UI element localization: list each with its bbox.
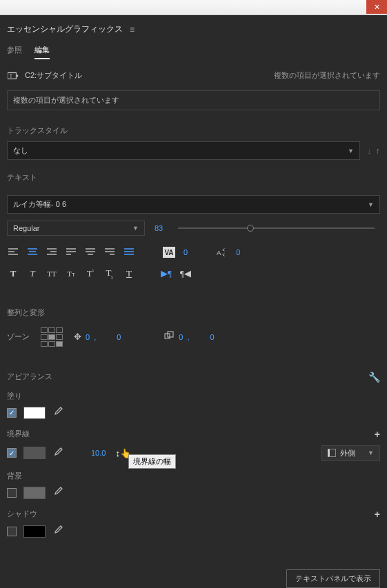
scale-icon (163, 331, 175, 343)
svg-text:A: A (217, 249, 221, 256)
stroke-add-button[interactable]: + (375, 429, 380, 440)
chevron-down-icon: ▼ (368, 201, 374, 208)
underline-button[interactable]: T (123, 268, 135, 279)
shadow-add-button[interactable]: + (375, 509, 380, 520)
shadow-label: シャドウ (7, 509, 37, 519)
fill-swatch[interactable] (23, 407, 46, 419)
superscript-button[interactable]: T¹ (84, 268, 97, 279)
align-icon-row: VA 0 A 0 (7, 247, 380, 258)
italic-button[interactable]: T (26, 268, 39, 279)
panel-title: エッセンシャルグラフィックス (7, 23, 123, 35)
font-style-value: Regular (13, 224, 40, 232)
tracking-value[interactable]: 0 (236, 248, 240, 256)
tab-edit[interactable]: 編集 (34, 45, 50, 59)
subscript-button[interactable]: T₁ (103, 267, 116, 280)
source-row: T C2:サブタイトル 複数の項目が選択されています (7, 66, 380, 85)
eyedropper-icon[interactable] (52, 487, 63, 498)
font-select[interactable]: ルイカ等幅- 0 6 ▼ (7, 195, 380, 214)
svg-rect-25 (168, 332, 173, 337)
eyedropper-icon[interactable] (52, 525, 63, 537)
font-size-value[interactable]: 83 (155, 224, 163, 232)
caption-track-icon: T (7, 71, 19, 81)
multi-select-warning: 複数の項目が選択されています (7, 90, 380, 110)
eyedropper-icon[interactable] (52, 447, 63, 459)
align-center-icon[interactable] (26, 247, 39, 258)
stroke-position-icon (328, 449, 336, 457)
fill-label: 塗り (7, 391, 22, 401)
tab-bar: 参照 編集 (7, 43, 380, 63)
text-style-row: T T TT TT T¹ T₁ T ▶¶ ¶◀ (7, 267, 380, 280)
pos-y-value[interactable]: 0 (117, 333, 121, 341)
stroke-position-select[interactable]: 外側 ▼ (321, 445, 380, 461)
stroke-width-tooltip: 境界線の幅 (128, 454, 176, 469)
position-icon: ✥ (74, 332, 81, 342)
trackstyle-select[interactable]: なし ▼ (7, 141, 360, 160)
pos-x-value[interactable]: 0 (86, 333, 90, 341)
text-section-label: テキスト (7, 172, 380, 183)
wrench-icon[interactable]: 🔧 (368, 372, 380, 383)
eyedropper-icon[interactable] (52, 407, 63, 418)
selection-status: 複数の項目が選択されています (274, 70, 380, 81)
align-right-icon[interactable] (46, 247, 58, 258)
shadow-checkbox[interactable] (7, 527, 17, 536)
align-justify-last-right-icon[interactable] (103, 247, 116, 258)
align-justify-last-center-icon[interactable] (84, 247, 97, 258)
appearance-label: アピアランス (7, 372, 52, 382)
kerning-value[interactable]: 0 (183, 248, 188, 256)
fill-checkbox[interactable] (7, 408, 17, 418)
rtl-button[interactable]: ¶◀ (179, 268, 192, 279)
background-checkbox[interactable] (7, 488, 17, 498)
open-text-panel-button[interactable]: テキストパネルで表示 (286, 569, 380, 588)
trackstyle-label: トラックスタイル (7, 125, 380, 136)
panel-header: エッセンシャルグラフィックス ≡ (7, 21, 380, 41)
bold-button[interactable]: T (7, 268, 19, 279)
font-value: ルイカ等幅- 0 6 (13, 199, 66, 210)
window-close-button[interactable]: ✕ (366, 0, 387, 14)
allcaps-button[interactable]: TT (46, 270, 58, 278)
scale-x-value[interactable]: 0 (179, 333, 183, 341)
stroke-width-value[interactable]: 10.0 (91, 449, 106, 457)
chevron-down-icon: ▼ (348, 148, 354, 154)
align-justify-all-icon[interactable] (123, 247, 135, 258)
source-name: C2:サブタイトル (25, 70, 82, 81)
trackstyle-value: なし (13, 145, 28, 156)
window-titlebar: ✕ (0, 0, 387, 15)
panel-menu-icon[interactable]: ≡ (130, 25, 135, 34)
stroke-label: 境界線 (7, 429, 30, 439)
background-label: 背景 (7, 471, 22, 481)
kerning-icon[interactable]: VA (163, 247, 175, 258)
zone-grid[interactable] (41, 327, 63, 347)
font-size-slider[interactable] (178, 227, 375, 229)
align-left-icon[interactable] (7, 247, 19, 258)
stroke-position-value: 外側 (340, 448, 355, 458)
chevron-down-icon: ▼ (368, 449, 374, 456)
chevron-down-icon: ▼ (132, 225, 139, 232)
align-justify-last-left-icon[interactable] (65, 247, 77, 258)
smallcaps-button[interactable]: TT (65, 270, 77, 278)
tracking-icon[interactable]: A (215, 247, 228, 258)
shadow-swatch[interactable] (23, 525, 46, 538)
trackstyle-down-button[interactable]: ↓ (367, 145, 372, 156)
tab-browse[interactable]: 参照 (7, 45, 22, 59)
essential-graphics-panel: エッセンシャルグラフィックス ≡ 参照 編集 T C2:サブタイトル 複数の項目… (0, 15, 387, 588)
scale-y-value[interactable]: 0 (210, 333, 215, 341)
align-transform-label: 整列と変形 (7, 307, 380, 318)
trackstyle-up-button[interactable]: ↑ (376, 145, 381, 156)
stroke-checkbox[interactable] (7, 448, 17, 458)
stroke-swatch[interactable] (23, 447, 46, 459)
svg-text:T: T (10, 73, 13, 79)
background-swatch[interactable] (23, 487, 46, 499)
zone-label: ゾーン (7, 332, 30, 342)
font-style-select[interactable]: Regular ▼ (7, 221, 145, 236)
ltr-button[interactable]: ▶¶ (160, 268, 172, 279)
